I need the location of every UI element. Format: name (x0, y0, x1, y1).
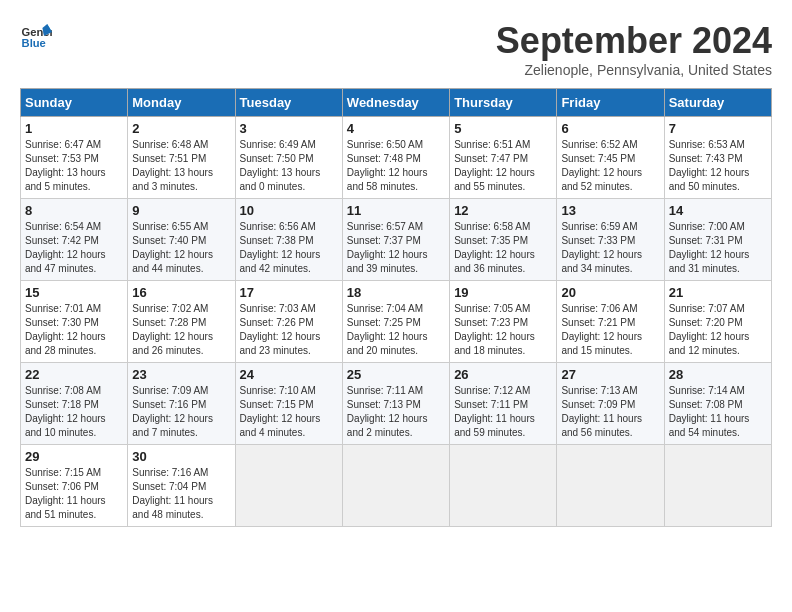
day-info: Sunrise: 7:01 AMSunset: 7:30 PMDaylight:… (25, 303, 106, 356)
calendar-cell (450, 445, 557, 527)
day-info: Sunrise: 7:06 AMSunset: 7:21 PMDaylight:… (561, 303, 642, 356)
calendar-cell: 27 Sunrise: 7:13 AMSunset: 7:09 PMDaylig… (557, 363, 664, 445)
day-number: 9 (132, 203, 230, 218)
day-info: Sunrise: 6:51 AMSunset: 7:47 PMDaylight:… (454, 139, 535, 192)
week-row-1: 1 Sunrise: 6:47 AMSunset: 7:53 PMDayligh… (21, 117, 772, 199)
calendar-table: SundayMondayTuesdayWednesdayThursdayFrid… (20, 88, 772, 527)
calendar-cell: 7 Sunrise: 6:53 AMSunset: 7:43 PMDayligh… (664, 117, 771, 199)
day-info: Sunrise: 6:54 AMSunset: 7:42 PMDaylight:… (25, 221, 106, 274)
title-block: September 2024 Zelienople, Pennsylvania,… (496, 20, 772, 78)
calendar-cell: 30 Sunrise: 7:16 AMSunset: 7:04 PMDaylig… (128, 445, 235, 527)
day-number: 20 (561, 285, 659, 300)
day-number: 12 (454, 203, 552, 218)
calendar-cell: 19 Sunrise: 7:05 AMSunset: 7:23 PMDaylig… (450, 281, 557, 363)
day-number: 30 (132, 449, 230, 464)
calendar-cell: 4 Sunrise: 6:50 AMSunset: 7:48 PMDayligh… (342, 117, 449, 199)
day-number: 14 (669, 203, 767, 218)
calendar-cell (557, 445, 664, 527)
day-number: 28 (669, 367, 767, 382)
logo-icon: General Blue (20, 20, 52, 52)
calendar-cell: 26 Sunrise: 7:12 AMSunset: 7:11 PMDaylig… (450, 363, 557, 445)
day-info: Sunrise: 7:13 AMSunset: 7:09 PMDaylight:… (561, 385, 642, 438)
day-number: 5 (454, 121, 552, 136)
calendar-cell: 17 Sunrise: 7:03 AMSunset: 7:26 PMDaylig… (235, 281, 342, 363)
day-number: 23 (132, 367, 230, 382)
calendar-cell: 14 Sunrise: 7:00 AMSunset: 7:31 PMDaylig… (664, 199, 771, 281)
calendar-cell: 2 Sunrise: 6:48 AMSunset: 7:51 PMDayligh… (128, 117, 235, 199)
day-number: 26 (454, 367, 552, 382)
calendar-cell: 15 Sunrise: 7:01 AMSunset: 7:30 PMDaylig… (21, 281, 128, 363)
day-number: 15 (25, 285, 123, 300)
day-info: Sunrise: 6:48 AMSunset: 7:51 PMDaylight:… (132, 139, 213, 192)
calendar-cell: 18 Sunrise: 7:04 AMSunset: 7:25 PMDaylig… (342, 281, 449, 363)
day-info: Sunrise: 7:11 AMSunset: 7:13 PMDaylight:… (347, 385, 428, 438)
calendar-cell: 21 Sunrise: 7:07 AMSunset: 7:20 PMDaylig… (664, 281, 771, 363)
week-row-5: 29 Sunrise: 7:15 AMSunset: 7:06 PMDaylig… (21, 445, 772, 527)
calendar-cell: 12 Sunrise: 6:58 AMSunset: 7:35 PMDaylig… (450, 199, 557, 281)
day-number: 17 (240, 285, 338, 300)
day-info: Sunrise: 7:00 AMSunset: 7:31 PMDaylight:… (669, 221, 750, 274)
week-row-3: 15 Sunrise: 7:01 AMSunset: 7:30 PMDaylig… (21, 281, 772, 363)
page-header: General Blue September 2024 Zelienople, … (20, 20, 772, 78)
day-number: 1 (25, 121, 123, 136)
day-number: 18 (347, 285, 445, 300)
svg-text:Blue: Blue (22, 37, 46, 49)
calendar-cell: 13 Sunrise: 6:59 AMSunset: 7:33 PMDaylig… (557, 199, 664, 281)
header-saturday: Saturday (664, 89, 771, 117)
calendar-cell: 8 Sunrise: 6:54 AMSunset: 7:42 PMDayligh… (21, 199, 128, 281)
calendar-cell: 23 Sunrise: 7:09 AMSunset: 7:16 PMDaylig… (128, 363, 235, 445)
calendar-cell: 10 Sunrise: 6:56 AMSunset: 7:38 PMDaylig… (235, 199, 342, 281)
header-tuesday: Tuesday (235, 89, 342, 117)
logo: General Blue (20, 20, 52, 52)
calendar-cell: 3 Sunrise: 6:49 AMSunset: 7:50 PMDayligh… (235, 117, 342, 199)
day-number: 24 (240, 367, 338, 382)
day-info: Sunrise: 7:07 AMSunset: 7:20 PMDaylight:… (669, 303, 750, 356)
calendar-cell: 9 Sunrise: 6:55 AMSunset: 7:40 PMDayligh… (128, 199, 235, 281)
day-info: Sunrise: 6:58 AMSunset: 7:35 PMDaylight:… (454, 221, 535, 274)
header-row: SundayMondayTuesdayWednesdayThursdayFrid… (21, 89, 772, 117)
day-number: 16 (132, 285, 230, 300)
day-info: Sunrise: 7:09 AMSunset: 7:16 PMDaylight:… (132, 385, 213, 438)
day-number: 3 (240, 121, 338, 136)
day-info: Sunrise: 7:16 AMSunset: 7:04 PMDaylight:… (132, 467, 213, 520)
calendar-cell: 16 Sunrise: 7:02 AMSunset: 7:28 PMDaylig… (128, 281, 235, 363)
day-number: 7 (669, 121, 767, 136)
calendar-cell (235, 445, 342, 527)
day-number: 19 (454, 285, 552, 300)
day-number: 13 (561, 203, 659, 218)
day-info: Sunrise: 6:57 AMSunset: 7:37 PMDaylight:… (347, 221, 428, 274)
day-number: 27 (561, 367, 659, 382)
calendar-cell: 24 Sunrise: 7:10 AMSunset: 7:15 PMDaylig… (235, 363, 342, 445)
day-info: Sunrise: 6:52 AMSunset: 7:45 PMDaylight:… (561, 139, 642, 192)
calendar-cell (664, 445, 771, 527)
calendar-cell: 29 Sunrise: 7:15 AMSunset: 7:06 PMDaylig… (21, 445, 128, 527)
calendar-cell: 11 Sunrise: 6:57 AMSunset: 7:37 PMDaylig… (342, 199, 449, 281)
day-info: Sunrise: 6:55 AMSunset: 7:40 PMDaylight:… (132, 221, 213, 274)
day-info: Sunrise: 6:56 AMSunset: 7:38 PMDaylight:… (240, 221, 321, 274)
day-number: 2 (132, 121, 230, 136)
day-number: 25 (347, 367, 445, 382)
day-info: Sunrise: 6:53 AMSunset: 7:43 PMDaylight:… (669, 139, 750, 192)
day-number: 10 (240, 203, 338, 218)
day-info: Sunrise: 6:59 AMSunset: 7:33 PMDaylight:… (561, 221, 642, 274)
calendar-cell: 22 Sunrise: 7:08 AMSunset: 7:18 PMDaylig… (21, 363, 128, 445)
day-number: 29 (25, 449, 123, 464)
day-number: 11 (347, 203, 445, 218)
calendar-cell: 6 Sunrise: 6:52 AMSunset: 7:45 PMDayligh… (557, 117, 664, 199)
calendar-cell: 20 Sunrise: 7:06 AMSunset: 7:21 PMDaylig… (557, 281, 664, 363)
month-title: September 2024 (496, 20, 772, 62)
day-number: 22 (25, 367, 123, 382)
header-monday: Monday (128, 89, 235, 117)
day-info: Sunrise: 7:14 AMSunset: 7:08 PMDaylight:… (669, 385, 750, 438)
day-info: Sunrise: 7:15 AMSunset: 7:06 PMDaylight:… (25, 467, 106, 520)
day-info: Sunrise: 7:03 AMSunset: 7:26 PMDaylight:… (240, 303, 321, 356)
day-info: Sunrise: 6:49 AMSunset: 7:50 PMDaylight:… (240, 139, 321, 192)
day-info: Sunrise: 7:10 AMSunset: 7:15 PMDaylight:… (240, 385, 321, 438)
week-row-4: 22 Sunrise: 7:08 AMSunset: 7:18 PMDaylig… (21, 363, 772, 445)
day-number: 8 (25, 203, 123, 218)
calendar-cell: 1 Sunrise: 6:47 AMSunset: 7:53 PMDayligh… (21, 117, 128, 199)
header-friday: Friday (557, 89, 664, 117)
header-wednesday: Wednesday (342, 89, 449, 117)
day-info: Sunrise: 7:05 AMSunset: 7:23 PMDaylight:… (454, 303, 535, 356)
calendar-cell (342, 445, 449, 527)
